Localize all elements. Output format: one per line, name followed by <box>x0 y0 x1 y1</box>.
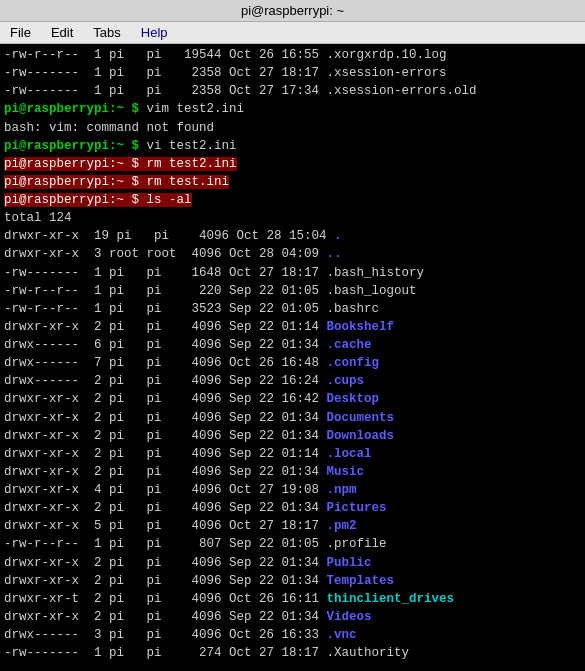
terminal-line: drwxr-xr-x 2 pi pi 4096 Sep 22 01:34 Doc… <box>4 409 581 427</box>
terminal-line: drwxr-xr-x 2 pi pi 4096 Sep 22 01:34 Mus… <box>4 463 581 481</box>
terminal-line: drwx------ 7 pi pi 4096 Oct 26 16:48 .co… <box>4 354 581 372</box>
terminal-line: pi@raspberrypi:~ $ vim test2.ini <box>4 100 581 118</box>
terminal-line: drwxr-xr-x 2 pi pi 4096 Sep 22 01:14 .lo… <box>4 445 581 463</box>
terminal-line: -rw------- 1 pi pi 2358 Oct 27 17:34 .xs… <box>4 82 581 100</box>
terminal-line: drwxr-xr-x 2 pi pi 4096 Sep 22 01:34 Pic… <box>4 499 581 517</box>
terminal-line: pi@raspberrypi:~ $ rm test2.ini <box>4 155 581 173</box>
menu-edit[interactable]: Edit <box>47 24 77 41</box>
terminal-line: drwxr-xr-x 4 pi pi 4096 Oct 27 19:08 .np… <box>4 481 581 499</box>
titlebar-text: pi@raspberrypi: ~ <box>241 3 344 18</box>
terminal[interactable]: -rw-r--r-- 1 pi pi 19544 Oct 26 16:55 .x… <box>0 44 585 663</box>
terminal-line: drwxr-xr-x 2 pi pi 4096 Sep 22 16:42 Des… <box>4 390 581 408</box>
terminal-line: drwx------ 3 pi pi 4096 Oct 26 16:33 .vn… <box>4 626 581 644</box>
terminal-line: total 124 <box>4 209 581 227</box>
menu-help[interactable]: Help <box>137 24 172 41</box>
terminal-line: drwxr-xr-x 2 pi pi 4096 Sep 22 01:34 Vid… <box>4 608 581 626</box>
terminal-line: drwx------ 6 pi pi 4096 Sep 22 01:34 .ca… <box>4 336 581 354</box>
terminal-line: drwx------ 2 pi pi 4096 Sep 22 16:24 .cu… <box>4 372 581 390</box>
terminal-line: pi@raspberrypi:~ $ vi test2.ini <box>4 137 581 155</box>
terminal-line: -rw-r--r-- 1 pi pi 19544 Oct 26 16:55 .x… <box>4 662 581 663</box>
menubar: File Edit Tabs Help <box>0 22 585 44</box>
terminal-line: pi@raspberrypi:~ $ rm test.ini <box>4 173 581 191</box>
terminal-line: -rw-r--r-- 1 pi pi 19544 Oct 26 16:55 .x… <box>4 46 581 64</box>
terminal-line: -rw------- 1 pi pi 274 Oct 27 18:17 .Xau… <box>4 644 581 662</box>
terminal-line: -rw-r--r-- 1 pi pi 807 Sep 22 01:05 .pro… <box>4 535 581 553</box>
menu-tabs[interactable]: Tabs <box>89 24 124 41</box>
terminal-line: drwxr-xr-t 2 pi pi 4096 Oct 26 16:11 thi… <box>4 590 581 608</box>
terminal-line: -rw-r--r-- 1 pi pi 220 Sep 22 01:05 .bas… <box>4 282 581 300</box>
terminal-line: -rw------- 1 pi pi 2358 Oct 27 18:17 .xs… <box>4 64 581 82</box>
terminal-line: bash: vim: command not found <box>4 119 581 137</box>
terminal-line: drwxr-xr-x 2 pi pi 4096 Sep 22 01:34 Dow… <box>4 427 581 445</box>
terminal-line: drwxr-xr-x 3 root root 4096 Oct 28 04:09… <box>4 245 581 263</box>
menu-file[interactable]: File <box>6 24 35 41</box>
terminal-line: drwxr-xr-x 2 pi pi 4096 Sep 22 01:34 Pub… <box>4 554 581 572</box>
terminal-line: drwxr-xr-x 2 pi pi 4096 Sep 22 01:34 Tem… <box>4 572 581 590</box>
terminal-line: -rw-r--r-- 1 pi pi 3523 Sep 22 01:05 .ba… <box>4 300 581 318</box>
terminal-line: pi@raspberrypi:~ $ ls -al <box>4 191 581 209</box>
terminal-line: drwxr-xr-x 19 pi pi 4096 Oct 28 15:04 . <box>4 227 581 245</box>
terminal-line: drwxr-xr-x 5 pi pi 4096 Oct 27 18:17 .pm… <box>4 517 581 535</box>
terminal-line: drwxr-xr-x 2 pi pi 4096 Sep 22 01:14 Boo… <box>4 318 581 336</box>
titlebar: pi@raspberrypi: ~ <box>0 0 585 22</box>
terminal-line: -rw------- 1 pi pi 1648 Oct 27 18:17 .ba… <box>4 264 581 282</box>
